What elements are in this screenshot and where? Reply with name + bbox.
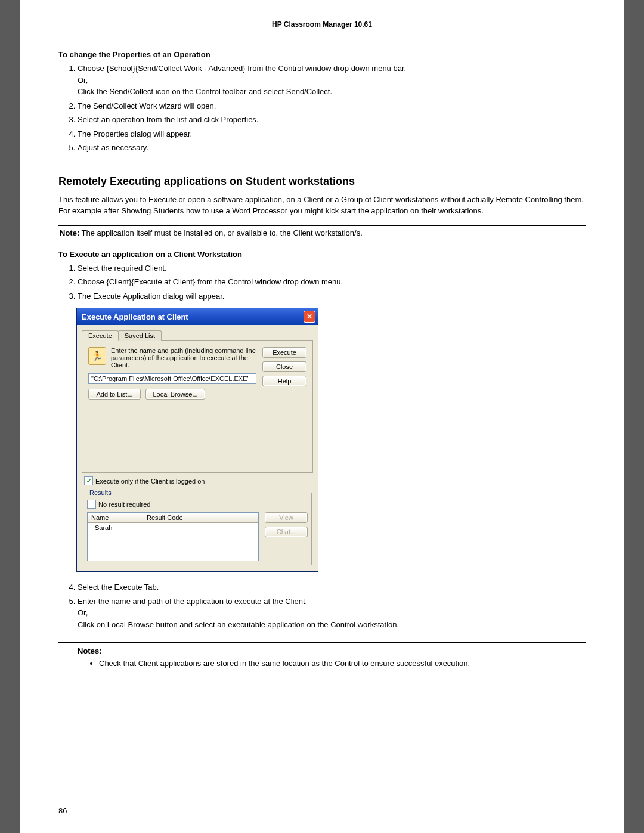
- local-browse-button[interactable]: Local Browse...: [145, 389, 205, 400]
- close-button[interactable]: Close: [262, 361, 306, 372]
- tab-execute[interactable]: Execute: [82, 330, 119, 341]
- cell-name: Sarah: [88, 523, 119, 532]
- view-button[interactable]: View: [265, 512, 308, 523]
- checkbox-no-result-label: No result required: [98, 501, 150, 508]
- notes-label: Notes:: [78, 646, 101, 655]
- section-remote-execute-para: This feature allows you to Execute or op…: [58, 194, 586, 217]
- note-item-text: Check that Client applications are store…: [99, 659, 470, 668]
- dialog-titlebar: Execute Application at Client ✕: [77, 308, 318, 325]
- section2-list-after: Select the Execute Tab. Enter the name a…: [58, 581, 586, 630]
- col-name-header[interactable]: Name: [88, 513, 143, 522]
- list-item: The Execute Application dialog will appe…: [78, 290, 586, 302]
- checkbox-no-result[interactable]: [87, 500, 96, 509]
- doc-header: HP Classroom Manager 10.61: [58, 20, 586, 29]
- chat-button[interactable]: Chat...: [265, 527, 308, 537]
- step-text: Adjust as necessary.: [78, 143, 148, 152]
- list-item: The Properties dialog will appear.: [78, 128, 586, 140]
- step-text: Select an operation from the list and cl…: [78, 115, 258, 124]
- list-item: Select the required Client.: [78, 262, 586, 274]
- list-item: The Send/Collect Work wizard will open.: [78, 100, 586, 112]
- list-item: Check that Client applications are store…: [99, 658, 586, 670]
- note-text: The application itself must be installed…: [82, 228, 363, 237]
- add-to-list-button[interactable]: Add to List...: [88, 389, 141, 400]
- section-remote-execute-heading: Remotely Executing applications on Stude…: [58, 175, 586, 188]
- results-table[interactable]: Name Result Code Sarah: [87, 512, 259, 561]
- dialog-title: Execute Application at Client: [82, 312, 188, 321]
- close-icon[interactable]: ✕: [304, 311, 315, 323]
- notes-list: Check that Client applications are store…: [99, 658, 586, 670]
- list-item: Enter the name and path of the applicati…: [78, 596, 586, 631]
- results-group: Results No result required Name Result C…: [83, 489, 312, 565]
- help-button[interactable]: Help: [262, 376, 306, 386]
- list-item: Adjust as necessary.: [78, 142, 586, 154]
- tab-saved-list[interactable]: Saved List: [118, 330, 162, 341]
- run-icon: 🏃: [88, 347, 106, 365]
- list-item: Select an operation from the list and cl…: [78, 114, 586, 126]
- table-row[interactable]: Sarah: [88, 523, 258, 532]
- list-item: Choose {School}{Send/Collect Work - Adva…: [78, 63, 586, 98]
- step-text: Select the required Client.: [78, 264, 167, 272]
- step-text: Enter the name and path of the applicati…: [78, 597, 399, 629]
- results-legend: Results: [87, 489, 114, 496]
- section-change-properties-heading: To change the Properties of an Operation: [58, 50, 586, 59]
- note-box: Note: The application itself must be ins…: [58, 225, 586, 240]
- list-item: Choose {Client}{Execute at Client} from …: [78, 276, 586, 288]
- section2-list-before: Select the required Client. Choose {Clie…: [58, 262, 586, 302]
- step-text: Choose {School}{Send/Collect Work - Adva…: [78, 64, 406, 96]
- execute-application-dialog: Execute Application at Client ✕ Execute …: [76, 308, 318, 572]
- step-text: The Execute Application dialog will appe…: [78, 292, 224, 301]
- section-execute-app-heading: To Execute an application on a Client Wo…: [58, 250, 586, 259]
- step-text: The Properties dialog will appear.: [78, 129, 192, 138]
- step-text: The Send/Collect Work wizard will open.: [78, 101, 216, 110]
- checkbox-logged-on[interactable]: ✔: [84, 476, 93, 485]
- execute-button[interactable]: Execute: [262, 347, 306, 358]
- path-input[interactable]: [88, 373, 256, 384]
- step-text: Select the Execute Tab.: [78, 583, 159, 592]
- note-label: Note:: [60, 228, 79, 237]
- list-item: Select the Execute Tab.: [78, 581, 586, 593]
- section1-list: Choose {School}{Send/Collect Work - Adva…: [58, 63, 586, 154]
- step-text: Choose {Client}{Execute at Client} from …: [78, 277, 343, 286]
- page-number: 86: [58, 806, 67, 815]
- col-code-header[interactable]: Result Code: [143, 513, 258, 522]
- hint-text: Enter the name and path (including comma…: [111, 347, 256, 368]
- checkbox-logged-on-label: Execute only if the Client is logged on: [95, 478, 205, 485]
